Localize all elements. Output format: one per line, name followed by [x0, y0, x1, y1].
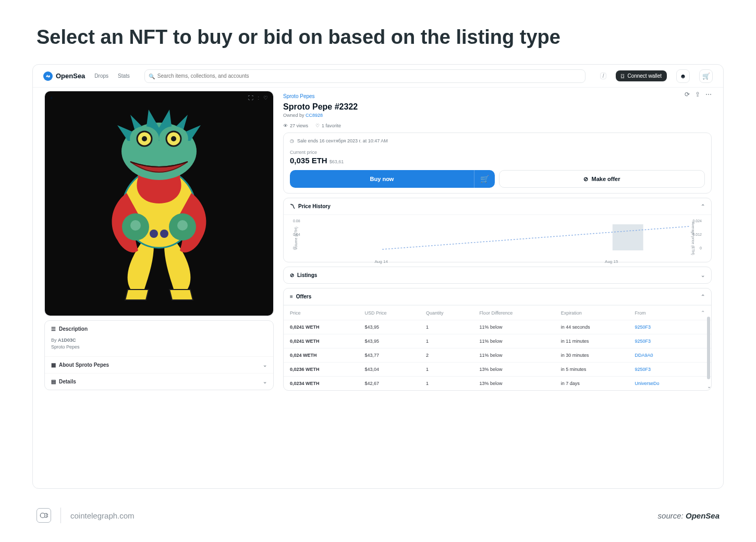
- price-history-panel: 〽Price History ⌃ Volume (ETH) Average pr…: [283, 198, 712, 262]
- cell-qty: 1: [420, 334, 473, 348]
- cart-icon-button[interactable]: 🛒: [699, 69, 713, 83]
- main-columns: ♦ ⛶ : ♡: [33, 88, 723, 394]
- y-axis-right-label: Average price (ETH): [692, 222, 696, 255]
- cell-from: UniverseDo: [628, 377, 694, 391]
- nav-link-drops[interactable]: Drops: [94, 73, 108, 79]
- table-row[interactable]: 0,0241 WETH$43,95111% belowin 44 seconds…: [284, 320, 711, 334]
- chevron-up-icon[interactable]: ⌃: [701, 310, 705, 316]
- chart-icon: 〽: [290, 203, 295, 209]
- profile-icon-button[interactable]: ☻: [676, 69, 690, 83]
- purchase-buttons: Buy now 🛒 ⊘ Make offer: [290, 170, 705, 188]
- screenshot-frame: OpenSea Drops Stats 🔍 / ⌼ Connect wallet…: [32, 64, 724, 489]
- description-panel-header[interactable]: ☰Description: [45, 321, 273, 337]
- cell-from: 9250F3: [628, 363, 694, 377]
- price-history-title: Price History: [298, 203, 331, 209]
- clock-icon: ◷: [290, 138, 294, 143]
- about-title: About Sproto Pepes: [59, 362, 109, 368]
- nft-image-card: ♦ ⛶ : ♡: [44, 91, 274, 316]
- cell-usd: $42,67: [358, 377, 420, 391]
- favorite-heart-icon[interactable]: ♡: [263, 95, 268, 101]
- col-from: From: [628, 306, 694, 320]
- svg-point-4: [177, 220, 188, 231]
- table-row[interactable]: 0,024 WETH$43,77211% belowin 30 minutesD…: [284, 348, 711, 363]
- refresh-icon[interactable]: ⟳: [685, 91, 690, 98]
- open-original-icon[interactable]: ⛶: [248, 95, 253, 101]
- about-panel-header[interactable]: ▦About Sproto Pepes ⌄: [45, 356, 273, 373]
- more-icon[interactable]: ⋯: [705, 91, 712, 98]
- table-row[interactable]: 0,0236 WETH$43,04113% belowin 5 minutes9…: [284, 363, 711, 377]
- buy-now-button[interactable]: Buy now 🛒: [290, 170, 495, 188]
- user-link[interactable]: DDA9A0: [635, 353, 653, 358]
- heart-icon: ♡: [315, 123, 320, 128]
- nav-link-stats[interactable]: Stats: [118, 73, 130, 79]
- share-icon[interactable]: ⇪: [695, 91, 700, 98]
- search-input[interactable]: [144, 69, 586, 83]
- y-tick-right: 0.012: [692, 233, 702, 236]
- cell-price: 0,0234 WETH: [284, 377, 358, 391]
- user-link[interactable]: UniverseDo: [635, 381, 659, 386]
- price-history-header[interactable]: 〽Price History ⌃: [284, 198, 711, 215]
- table-row[interactable]: 0,0241 WETH$43,95111% belowin 11 minutes…: [284, 334, 711, 348]
- views-label: 27 views: [290, 123, 308, 128]
- offers-table-scroll[interactable]: Price USD Price Quantity Floor Differenc…: [284, 305, 711, 390]
- source-label: source:: [658, 511, 684, 520]
- y-tick: 0.04: [293, 233, 300, 236]
- chevron-up-icon: ⌃: [701, 294, 705, 299]
- left-panels: ☰Description By A1D03C Sproto Pepes ▦Abo…: [44, 320, 274, 390]
- creator-name[interactable]: A1D03C: [58, 338, 76, 343]
- cell-usd: $43,04: [358, 363, 420, 377]
- details-panel-header[interactable]: ▤Details ⌄: [45, 373, 273, 390]
- add-to-cart-icon[interactable]: 🛒: [474, 170, 495, 188]
- y-tick-right: 0: [700, 246, 702, 250]
- offers-title: Offers: [296, 294, 311, 299]
- cell-exp: in 30 minutes: [555, 348, 629, 363]
- search-shortcut-hint: /: [600, 73, 607, 79]
- source-name: OpenSea: [686, 511, 720, 520]
- page-title: Select an NFT to buy or bid on based on …: [0, 0, 756, 64]
- cointelegraph-logo-icon: [36, 508, 51, 523]
- description-body: By A1D03C Sproto Pepes: [45, 337, 273, 356]
- svg-point-6: [160, 230, 168, 238]
- owned-by: Owned by CC8928: [283, 113, 358, 118]
- brand-name: OpenSea: [56, 72, 85, 80]
- collection-link[interactable]: Sproto Pepes: [283, 93, 315, 99]
- cell-usd: $43,95: [358, 334, 420, 348]
- owner-link[interactable]: CC8928: [306, 113, 323, 118]
- eye-icon: 👁: [283, 123, 288, 128]
- offers-header[interactable]: ≡Offers ⌃: [284, 288, 711, 305]
- make-offer-button[interactable]: ⊘ Make offer: [499, 170, 705, 188]
- scrollbar-thumb[interactable]: [707, 317, 710, 379]
- svg-point-5: [150, 230, 158, 238]
- cell-qty: 1: [420, 363, 473, 377]
- table-row[interactable]: 0,0234 WETH$42,67113% belowin 7 daysUniv…: [284, 377, 711, 391]
- sale-end-label: Sale ends 16 сентября 2023 г. at 10:47 A…: [297, 138, 388, 143]
- cell-floor: 13% below: [473, 363, 554, 377]
- description-title: Description: [59, 326, 88, 332]
- connect-wallet-button[interactable]: ⌼ Connect wallet: [616, 70, 667, 81]
- brand-logo[interactable]: OpenSea: [43, 71, 85, 81]
- user-link[interactable]: 9250F3: [635, 367, 651, 372]
- offers-table-header-row: Price USD Price Quantity Floor Differenc…: [284, 306, 711, 320]
- owned-prefix: Owned by: [283, 113, 304, 118]
- views-icon: :: [258, 95, 259, 101]
- current-price-label: Current price: [290, 150, 705, 155]
- footer-separator: [60, 508, 61, 523]
- cell-exp: in 7 days: [555, 377, 629, 391]
- token-action-icons: ⟳ ⇪ ⋯: [685, 91, 712, 98]
- article-footer: cointelegraph.com source: OpenSea: [0, 489, 756, 542]
- col-floor: Floor Difference: [473, 306, 554, 320]
- favorites-label: 1 favorite: [322, 123, 341, 128]
- user-link[interactable]: 9250F3: [635, 339, 651, 344]
- listings-header[interactable]: ⊘Listings ⌄: [284, 267, 711, 283]
- sale-card: ◷ Sale ends 16 сентября 2023 г. at 10:47…: [283, 133, 712, 194]
- cell-price: 0,0241 WETH: [284, 334, 358, 348]
- cell-qty: 2: [420, 348, 473, 363]
- cell-exp: in 5 minutes: [555, 363, 629, 377]
- chevron-down-icon[interactable]: ⌄: [707, 383, 711, 389]
- cell-from: DDA9A0: [628, 348, 694, 363]
- svg-point-13: [171, 136, 176, 141]
- nft-artwork[interactable]: [45, 91, 273, 316]
- user-link[interactable]: 9250F3: [635, 324, 651, 330]
- wallet-icon: ⌼: [621, 73, 624, 79]
- offers-panel: ≡Offers ⌃ Price USD Price Quantity Floor…: [283, 288, 712, 391]
